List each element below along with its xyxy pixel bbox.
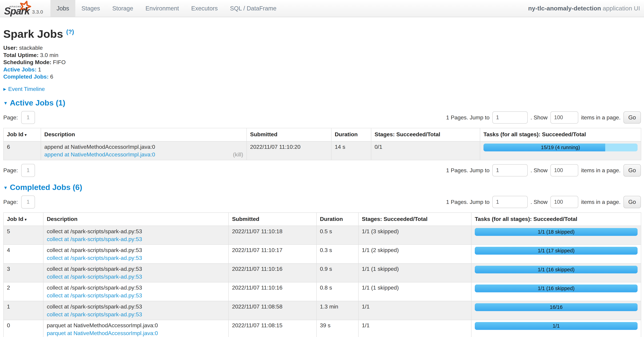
job-row: 1collect at /spark-scripts/spark-ad.py:5… <box>4 301 641 320</box>
column-header-submitted[interactable]: Submitted <box>228 213 316 226</box>
job-row: 6append at NativeMethodAccessorImpl.java… <box>4 141 641 160</box>
stages-cell: 1/1 (1 skipped) <box>358 264 472 282</box>
job-row: 2collect at /spark-scripts/spark-ad.py:5… <box>4 282 641 301</box>
nav-tab-environment[interactable]: Environment <box>139 0 185 17</box>
job-id-cell: 1 <box>4 301 43 320</box>
items-in-page-text: items in a page. <box>581 167 620 174</box>
completed-jobs-section-header[interactable]: ▼Completed Jobs (6) <box>3 183 641 192</box>
sort-desc-icon: ▾ <box>24 217 26 222</box>
job-description-links: parquet at NativeMethodAccessorImpl.java… <box>47 330 225 337</box>
tasks-cell: 16/16 <box>471 301 641 320</box>
page-number-input[interactable] <box>21 111 35 124</box>
job-id-cell: 6 <box>4 141 41 160</box>
sort-desc-icon: ▾ <box>24 133 26 137</box>
summary-value: 3.0 min <box>40 52 58 58</box>
event-timeline-toggle[interactable]: ▶Event Timeline <box>3 86 641 92</box>
column-header-job[interactable]: Job Id▾ <box>4 213 43 226</box>
job-description-links: collect at /spark-scripts/spark-ad.py:53 <box>47 273 225 281</box>
page-number-input[interactable] <box>21 164 35 177</box>
column-header-tasks[interactable]: Tasks (for all stages): Succeeded/Total <box>480 128 641 141</box>
go-button[interactable]: Go <box>624 111 641 124</box>
job-description-links: collect at /spark-scripts/spark-ad.py:53 <box>47 236 225 243</box>
active-jobs-table: Job Id▾DescriptionSubmittedDurationStage… <box>3 128 641 160</box>
summary-item: Total Uptime: 3.0 min <box>3 52 641 59</box>
job-detail-link[interactable]: collect at /spark-scripts/spark-ad.py:53 <box>47 311 142 318</box>
column-header-stages[interactable]: Stages: Succeeded/Total <box>358 213 472 226</box>
summary-label[interactable]: Completed Jobs: <box>3 73 48 80</box>
job-description-text: collect at /spark-scripts/spark-ad.py:53 <box>47 247 225 254</box>
nav-tab-jobs[interactable]: Jobs <box>50 0 75 17</box>
help-link[interactable]: (?) <box>66 28 74 35</box>
nav-tab-executors[interactable]: Executors <box>185 0 224 17</box>
tasks-cell: 1/1 (18 skipped) <box>471 226 641 245</box>
column-header-description[interactable]: Description <box>41 128 246 141</box>
job-row: 5collect at /spark-scripts/spark-ad.py:5… <box>4 226 641 245</box>
show-text: . Show <box>530 167 548 174</box>
tasks-progress-bar: 1/1 (16 skipped) <box>475 285 638 292</box>
job-id-cell: 0 <box>4 320 43 337</box>
column-header-submitted[interactable]: Submitted <box>246 128 331 141</box>
duration-cell: 14 s <box>331 141 371 160</box>
nav-tab-storage[interactable]: Storage <box>106 0 139 17</box>
column-header-description[interactable]: Description <box>43 213 228 226</box>
summary-label[interactable]: Active Jobs: <box>3 66 36 73</box>
kill-job-link[interactable]: (kill) <box>233 151 243 158</box>
nav-tab-stages[interactable]: Stages <box>75 0 106 17</box>
job-id-cell: 2 <box>4 282 43 301</box>
completed-jobs-pagination-top: Page: 1 Pages. Jump to . Show items in a… <box>3 196 641 208</box>
navbar: APACHE Spark 3.3.0 JobsStagesStorageEnvi… <box>0 0 644 17</box>
column-header-stages[interactable]: Stages: Succeeded/Total <box>371 128 480 141</box>
progress-label: 1/1 (16 skipped) <box>475 266 638 274</box>
event-timeline-label: Event Timeline <box>8 86 45 92</box>
summary-value: FIFO <box>53 59 66 65</box>
application-title: ny-tlc-anomaly-detection application UI <box>528 0 640 17</box>
column-header-job[interactable]: Job Id▾ <box>4 128 41 141</box>
jump-to-page-input[interactable] <box>492 111 528 124</box>
job-detail-link[interactable]: collect at /spark-scripts/spark-ad.py:53 <box>47 236 142 243</box>
job-detail-link[interactable]: parquet at NativeMethodAccessorImpl.java… <box>47 330 158 337</box>
progress-label: 1/1 <box>475 322 638 330</box>
jump-to-page-input[interactable] <box>492 196 528 208</box>
application-ui-suffix: application UI <box>602 5 640 12</box>
job-detail-link[interactable]: collect at /spark-scripts/spark-ad.py:53 <box>47 292 142 299</box>
job-description-links: collect at /spark-scripts/spark-ad.py:53 <box>47 292 225 299</box>
submitted-cell: 2022/11/07 11:10:20 <box>246 141 331 160</box>
submitted-cell: 2022/11/07 11:10:16 <box>228 282 316 301</box>
column-header-duration[interactable]: Duration <box>331 128 371 141</box>
job-detail-link[interactable]: collect at /spark-scripts/spark-ad.py:53 <box>47 254 142 262</box>
completed-jobs-table: Job Id▾DescriptionSubmittedDurationStage… <box>3 212 641 337</box>
job-id-cell: 4 <box>4 245 43 263</box>
tasks-progress-bar: 1/1 <box>475 322 638 330</box>
tasks-cell: 1/1 (17 skipped) <box>471 245 641 263</box>
column-header-duration[interactable]: Duration <box>316 213 358 226</box>
column-header-tasks[interactable]: Tasks (for all stages): Succeeded/Total <box>471 213 641 226</box>
job-detail-link[interactable]: collect at /spark-scripts/spark-ad.py:53 <box>47 273 142 281</box>
stages-cell: 1/1 <box>358 301 472 320</box>
items-per-page-input[interactable] <box>550 196 578 208</box>
go-button[interactable]: Go <box>624 164 641 177</box>
job-id-cell: 5 <box>4 226 43 245</box>
page-number-input[interactable] <box>21 196 35 209</box>
pages-jump-text: 1 Pages. Jump to <box>446 199 490 205</box>
job-row: 3collect at /spark-scripts/spark-ad.py:5… <box>4 264 641 282</box>
spark-logo[interactable]: APACHE Spark 3.3.0 <box>0 0 47 17</box>
expand-icon: ▶ <box>3 87 6 91</box>
active-jobs-section-header[interactable]: ▼Active Jobs (1) <box>3 98 641 107</box>
jump-to-page-input[interactable] <box>492 164 528 176</box>
job-detail-link[interactable]: append at NativeMethodAccessorImpl.java:… <box>44 151 155 158</box>
duration-cell: 1.3 min <box>316 301 358 320</box>
go-button[interactable]: Go <box>624 196 641 208</box>
items-per-page-input[interactable] <box>550 164 578 176</box>
spark-brand-label: Spark <box>4 6 30 16</box>
nav-tab-sql-dataframe[interactable]: SQL / DataFrame <box>224 0 282 17</box>
summary-label: Scheduling Mode: <box>3 59 52 65</box>
job-description-links: append at NativeMethodAccessorImpl.java:… <box>44 151 243 158</box>
summary-item: Scheduling Mode: FIFO <box>3 59 641 66</box>
active-jobs-pagination-bottom: Page: 1 Pages. Jump to . Show items in a… <box>3 164 641 177</box>
nav-tabs: JobsStagesStorageEnvironmentExecutorsSQL… <box>50 0 282 17</box>
active-jobs-title: Active Jobs (1) <box>10 98 65 107</box>
submitted-cell: 2022/11/07 11:10:17 <box>228 245 316 263</box>
items-per-page-input[interactable] <box>550 111 578 124</box>
job-description-text: parquet at NativeMethodAccessorImpl.java… <box>47 322 225 329</box>
summary-value: 6 <box>50 73 53 80</box>
